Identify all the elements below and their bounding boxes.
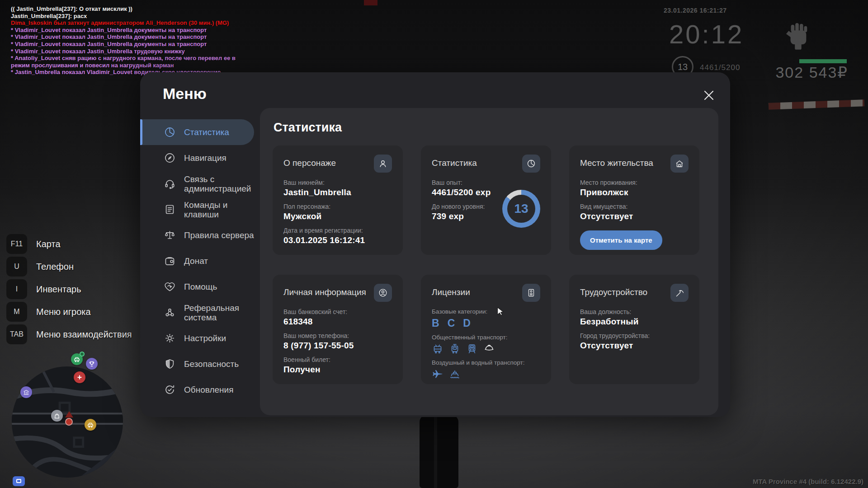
hotkey-label: Инвентарь — [36, 284, 81, 295]
exp-ring-level: 13 — [507, 195, 535, 223]
license-letter-c: C — [448, 317, 455, 329]
field-value: 739 exp — [432, 211, 504, 221]
license-section-label: Общественный транспорт: — [432, 334, 540, 341]
license-letters: B C D — [432, 317, 540, 329]
field-value: 618348 — [283, 317, 392, 327]
card-about-character: О персонаже Ваш никнейм:Jastin_Umbrella … — [273, 145, 403, 255]
sidebar-item-label: Реферальная система — [184, 303, 254, 322]
card-title: Статистика — [432, 158, 477, 168]
field-label: Военный билет: — [283, 356, 392, 363]
pickaxe-icon — [670, 284, 689, 302]
hotkey-row-interaction: TAB Меню взаимодействия — [6, 324, 132, 344]
tram-icon — [449, 343, 461, 355]
card-statistics: Статистика Ваш опыт:4461/5200 exp До нов… — [421, 145, 551, 255]
card-employment: Трудоустройство Ваша должность:Безработн… — [569, 275, 699, 384]
scene-prop — [364, 0, 377, 5]
server-datetime: 23.01.2026 16:21:27 — [664, 7, 727, 14]
minimap-pin-trophy — [86, 358, 98, 370]
level-value: 13 — [678, 62, 688, 72]
card-personal-info: Личная информация Ваш банковский счет:61… — [273, 275, 403, 384]
money-progress-bar — [799, 59, 847, 63]
card-residence: Место жительства Место проживания:Привол… — [569, 145, 699, 255]
field-label: Пол персонажа: — [283, 203, 392, 210]
hotkey-row-phone: U Телефон — [6, 257, 132, 277]
sidebar-item-label: Настройки — [184, 333, 226, 343]
field-label: Ваш банковский счет: — [283, 308, 392, 315]
sidebar-item-statistics[interactable]: Статистика — [140, 119, 254, 145]
field-label: Ваша должность: — [580, 308, 689, 315]
raised-fist-icon — [785, 22, 811, 52]
close-icon — [702, 89, 716, 102]
sidebar-item-label: Навигация — [184, 153, 226, 163]
minimap-pin-counter — [80, 352, 85, 357]
sidebar-item-rules[interactable]: Правила сервера — [140, 222, 254, 248]
player-silhouette — [420, 415, 458, 488]
field-value: Jastin_Umbrella — [283, 188, 392, 197]
field-value: Безработный — [580, 317, 689, 327]
field-value: Мужской — [283, 211, 392, 221]
minimap-pin-taxi — [85, 419, 96, 431]
sidebar-item-label: Безопасность — [184, 359, 239, 369]
minimap-pin-car-service — [71, 353, 83, 365]
hotkey-label: Телефон — [36, 262, 74, 272]
field-label: Место проживания: — [580, 179, 689, 186]
license-card-icon — [522, 284, 540, 302]
sidebar-item-commands[interactable]: Команды и клавиши — [140, 197, 254, 222]
sidebar-item-referral[interactable]: Реферальная система — [140, 300, 254, 325]
menu-panel: Меню Статистика Навигация Связь с админи… — [140, 72, 730, 417]
close-button[interactable] — [702, 89, 716, 102]
pie-chart-icon — [164, 126, 176, 138]
person-circle-icon — [374, 284, 392, 302]
sidebar-item-settings[interactable]: Настройки — [140, 325, 254, 351]
train-icon — [466, 343, 478, 355]
field-label: Ваш никнейм: — [283, 179, 392, 186]
sidebar-item-label: Донат — [184, 256, 208, 266]
sidebar-item-help[interactable]: Помощь — [140, 274, 254, 300]
mark-on-map-button[interactable]: Отметить на карте — [580, 230, 662, 250]
trolleybus-icon — [432, 343, 443, 355]
key-badge: F11 — [6, 234, 27, 254]
key-badge: TAB — [6, 324, 27, 344]
key-badge: M — [6, 302, 27, 322]
sidebar-item-security[interactable]: Безопасность — [140, 351, 254, 377]
sidebar-item-label: Помощь — [184, 282, 217, 291]
chat-line: * Vladimir_Louvet показал Jastin_Umbrell… — [11, 48, 236, 55]
gear-icon — [164, 332, 176, 344]
minimap-pin-medical — [74, 371, 85, 383]
field-value: Отсутствует — [580, 341, 689, 351]
person-icon — [374, 155, 392, 173]
hotkey-row-inventory: I Инвентарь — [6, 279, 132, 299]
menu-sidebar: Статистика Навигация Связь с администрац… — [140, 119, 254, 403]
minimap — [11, 366, 123, 478]
key-badge: U — [6, 257, 27, 277]
sidebar-item-navigation[interactable]: Навигация — [140, 145, 254, 171]
sidebar-item-label: Статистика — [184, 127, 229, 137]
card-title: Место жительства — [580, 158, 653, 168]
scales-icon — [164, 229, 176, 241]
update-check-icon — [164, 384, 176, 396]
network-icon — [164, 306, 176, 319]
sidebar-item-label: Обновления — [184, 385, 233, 394]
license-section-label: Воздушный и водный транспорт: — [432, 359, 540, 366]
sidebar-item-admin-contact[interactable]: Связь с администрацией — [140, 171, 254, 197]
chat-line: (( Jastin_Umbrella[237]: О откат мисклик… — [11, 5, 236, 13]
chat-line: * Anatoliy_Louvet сняв рацию с нагрудног… — [11, 55, 236, 62]
minimap-pin-shop — [51, 410, 63, 422]
minimap-pin-bank — [20, 386, 32, 398]
card-title: Лицензии — [432, 287, 470, 297]
minimap-pin-blue — [13, 476, 25, 486]
game-screen: (( Jastin_Umbrella[237]: О откат мисклик… — [0, 0, 868, 488]
field-label: Ваш опыт: — [432, 179, 504, 186]
document-list-icon — [164, 203, 176, 216]
sidebar-item-donate[interactable]: Донат — [140, 248, 254, 274]
card-title: Трудоустройство — [580, 287, 647, 297]
exp-progress-ring: 13 — [502, 190, 540, 228]
game-clock: 20:12 — [669, 19, 744, 49]
player-direction-marker — [65, 411, 73, 418]
chat-line: * Vladimir_Louvet показал Jastin_Umbrell… — [11, 41, 236, 48]
sidebar-item-updates[interactable]: Обновления — [140, 377, 254, 403]
pie-chart-icon — [522, 155, 540, 173]
content-title: Статистика — [274, 121, 706, 135]
driver-cap-icon — [483, 343, 495, 355]
chat-line: * Vladimir_Louvet показал Jastin_Umbrell… — [11, 27, 236, 34]
